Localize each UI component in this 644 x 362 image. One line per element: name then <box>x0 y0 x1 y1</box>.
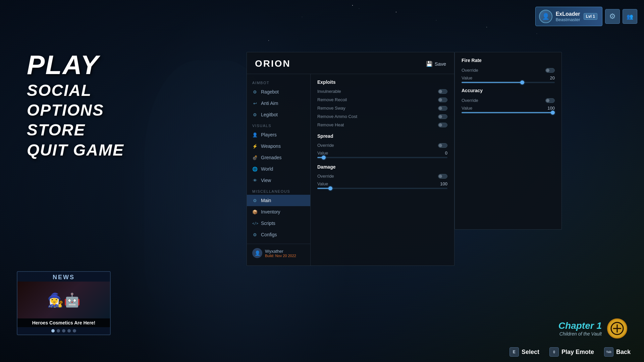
avatar: 👤 <box>539 10 552 23</box>
damage-slider-thumb <box>328 186 332 190</box>
back-key: Tab <box>604 347 613 357</box>
friends-button[interactable]: 👥 <box>623 9 637 24</box>
remove-heat-toggle[interactable] <box>438 123 447 127</box>
remove-ammo-toggle[interactable] <box>438 114 447 119</box>
emote-label: Play Emote <box>561 349 594 356</box>
world-icon: 🌐 <box>252 167 258 172</box>
nav-item-ragebot[interactable]: ⚙ Ragebot <box>247 86 310 98</box>
spread-override-label: Override <box>317 143 334 148</box>
remove-recoil-toggle[interactable] <box>438 98 447 102</box>
toggle-remove-ammo: Remove Ammo Cost <box>317 114 447 119</box>
user-info-bottom: 👤 Wyxather Build: Nov 20 2022 <box>247 244 310 262</box>
news-dot-5[interactable] <box>73 329 76 333</box>
accuracy-override-label: Override <box>462 98 478 103</box>
nav-section-visuals: Visuals <box>247 120 310 129</box>
accuracy-slider-thumb <box>551 111 555 115</box>
damage-override-label: Override <box>317 174 334 179</box>
select-button[interactable]: E Select <box>509 347 539 357</box>
accuracy-value: 100 <box>547 106 555 111</box>
chapter-info: Chapter 1 Children of the Vault <box>558 318 627 339</box>
fire-rate-override-label: Override <box>462 68 478 73</box>
nav-label-antiaim: Anti Aim <box>261 101 278 106</box>
accuracy-slider-fill <box>462 112 555 113</box>
nav-item-main[interactable]: ⚙ Main <box>247 195 310 206</box>
nav-label-world: World <box>261 166 273 172</box>
configs-icon: ⚙ <box>252 232 258 237</box>
news-dot-1[interactable] <box>51 329 55 333</box>
settings-button[interactable]: ⚙ <box>605 9 620 24</box>
player-name: ExLoader <box>556 11 580 17</box>
damage-slider-track[interactable] <box>317 188 447 189</box>
news-dot-2[interactable] <box>57 329 60 333</box>
player-details: ExLoader Beastmaster <box>556 11 580 22</box>
menu-item-options[interactable]: OPTIONS <box>27 101 124 119</box>
spread-override-toggle[interactable] <box>438 143 447 148</box>
main-icon: ⚙ <box>252 198 258 203</box>
toggle-remove-sway: Remove Sway <box>317 106 447 111</box>
nav-item-grenades[interactable]: 💣 Grenades <box>247 152 310 163</box>
nav-item-legitbot[interactable]: ⚙ Legitbot <box>247 109 310 120</box>
emote-button[interactable]: 0 Play Emote <box>549 347 594 357</box>
nav-item-inventory[interactable]: 📦 Inventory <box>247 206 310 218</box>
spread-slider-track[interactable] <box>317 157 447 158</box>
panel-body: Aimbot ⚙ Ragebot ↩ Anti Aim ⚙ Legitbot V… <box>247 74 454 265</box>
nav-label-inventory: Inventory <box>261 209 280 215</box>
panel-title: ORION <box>255 58 291 69</box>
nav-item-antiaim[interactable]: ↩ Anti Aim <box>247 98 310 109</box>
nav-label-scripts: Scripts <box>261 221 275 226</box>
remove-sway-toggle[interactable] <box>438 106 447 111</box>
nav-item-view[interactable]: 👁 View <box>247 175 310 186</box>
legitbot-icon: ⚙ <box>252 112 258 117</box>
accuracy-override-toggle[interactable] <box>545 98 555 103</box>
news-dot-4[interactable] <box>67 329 71 333</box>
news-dots <box>17 327 110 335</box>
nav-label-view: View <box>261 178 271 183</box>
spread-slider-thumb <box>322 156 326 160</box>
invulnerable-toggle[interactable] <box>438 89 447 94</box>
nav-item-configs[interactable]: ⚙ Configs <box>247 229 310 240</box>
remove-sway-label: Remove Sway <box>317 106 345 111</box>
save-button[interactable]: 💾 Save <box>426 61 446 67</box>
accuracy-value-label: Value <box>462 106 472 111</box>
nav-item-scripts[interactable]: </> Scripts <box>247 218 310 229</box>
nav-item-world[interactable]: 🌐 World <box>247 163 310 175</box>
fire-rate-slider-track[interactable] <box>462 82 555 83</box>
weapons-icon: ⚡ <box>252 144 258 149</box>
inventory-icon: 📦 <box>252 209 258 215</box>
menu-item-store[interactable]: STORE <box>27 121 124 139</box>
select-key: E <box>509 347 519 357</box>
news-dot-3[interactable] <box>62 329 65 333</box>
menu-item-social[interactable]: SOCIAL <box>27 81 124 100</box>
player-info: 👤 ExLoader Beastmaster Lvl 1 ⚙ 👥 <box>535 7 637 26</box>
news-panel: NEWS 🧙‍♀️🤖 Heroes Cosmetics Are Here! <box>17 271 111 335</box>
toggle-remove-recoil: Remove Recoil <box>317 97 447 102</box>
nav-label-main: Main <box>261 198 271 203</box>
fire-rate-override-toggle[interactable] <box>545 68 555 73</box>
nav-item-players[interactable]: 👤 Players <box>247 129 310 140</box>
accuracy-slider-track[interactable] <box>462 112 555 113</box>
nav-item-weapons[interactable]: ⚡ Weapons <box>247 140 310 152</box>
toggle-invulnerable: Invulnerable <box>317 89 447 94</box>
scripts-icon: </> <box>252 222 258 225</box>
nav-label-weapons: Weapons <box>261 143 281 149</box>
invulnerable-label: Invulnerable <box>317 89 341 94</box>
news-caption: Heroes Cosmetics Are Here! <box>17 318 110 327</box>
chapter-text: Chapter 1 Children of the Vault <box>558 320 602 337</box>
back-button[interactable]: Tab Back <box>604 347 631 357</box>
fire-rate-value-row: Value 20 <box>462 75 555 83</box>
main-panel: ORION 💾 Save Aimbot ⚙ Ragebot ↩ Anti Aim… <box>247 52 454 266</box>
damage-title: Damage <box>317 164 447 170</box>
player-level: Lvl 1 <box>584 13 597 20</box>
spread-value-label: Value <box>317 150 328 156</box>
nav-label-ragebot: Ragebot <box>261 89 279 95</box>
menu-item-quit[interactable]: QUIT GAME <box>27 141 124 159</box>
accuracy-override-row: Override <box>462 98 555 103</box>
spread-title: Spread <box>317 133 447 139</box>
remove-heat-label: Remove Heat <box>317 122 344 127</box>
fire-rate-override-row: Override <box>462 68 555 73</box>
damage-override-toggle[interactable] <box>438 174 447 179</box>
spread-override-row: Override <box>317 143 447 148</box>
menu-item-play[interactable]: PLAY <box>27 50 124 80</box>
bottom-bar: E Select 0 Play Emote Tab Back <box>0 342 644 362</box>
left-menu: PLAY SOCIAL OPTIONS STORE QUIT GAME <box>27 50 124 161</box>
